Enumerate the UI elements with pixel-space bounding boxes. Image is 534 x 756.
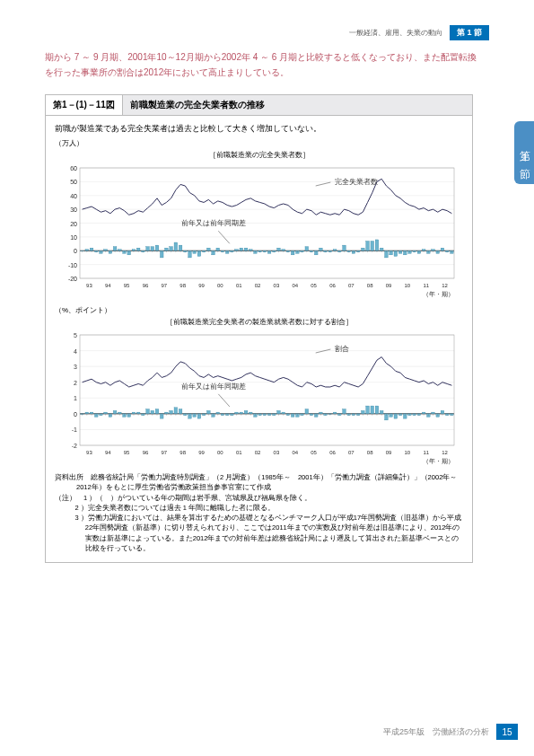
- footer-page-number: 15: [496, 724, 518, 740]
- svg-text:02: 02: [255, 283, 261, 288]
- svg-rect-239: [170, 410, 173, 414]
- svg-rect-282: [371, 406, 374, 414]
- notes-item-1: （注） 1 ）（ ）がついている年の期間は岩手県、宮城県及び福島県を除く。: [55, 493, 463, 503]
- svg-rect-37: [170, 247, 173, 251]
- svg-rect-297: [441, 410, 444, 414]
- svg-text:03: 03: [274, 283, 280, 288]
- notes-item-3: 3 ）労働力調査においては、結果を算出するための基礎となるベンチマーク人口が平成…: [55, 513, 463, 553]
- side-tab: 第１節: [514, 121, 534, 184]
- figure-title-bar: 第1－(1)－11図 前職製造業の完全失業者数の推移: [46, 95, 472, 116]
- svg-text:00: 00: [217, 283, 223, 288]
- svg-text:09: 09: [386, 450, 392, 455]
- svg-text:94: 94: [105, 450, 111, 455]
- svg-line-201: [316, 182, 331, 186]
- svg-rect-52: [240, 248, 243, 251]
- svg-line-403: [316, 349, 331, 353]
- figure-notes: 資料出所 総務省統計局「労働力調査特別調査」（2 月調査）（1985年～ 200…: [55, 472, 463, 553]
- svg-rect-253: [235, 412, 239, 414]
- svg-text:60: 60: [70, 165, 77, 171]
- svg-rect-36: [165, 248, 169, 251]
- footer-text: 平成25年版 労働経済の分析: [383, 726, 489, 738]
- svg-text:96: 96: [143, 283, 149, 288]
- svg-text:12: 12: [442, 283, 448, 288]
- svg-rect-78: [362, 248, 365, 251]
- section-badge: 第 1 節: [450, 25, 489, 40]
- svg-text:前年又は前年同期差: 前年又は前年同期差: [181, 219, 246, 227]
- svg-rect-72: [333, 250, 337, 251]
- svg-rect-91: [422, 250, 425, 251]
- svg-rect-238: [165, 412, 169, 414]
- chart-1: -20-100102030405060939495969798990001020…: [55, 163, 463, 298]
- svg-rect-61: [282, 250, 285, 251]
- svg-text:0: 0: [74, 411, 77, 418]
- svg-text:01: 01: [236, 450, 242, 455]
- svg-rect-66: [305, 247, 309, 251]
- svg-rect-222: [90, 412, 93, 414]
- svg-rect-236: [155, 409, 159, 414]
- svg-rect-45: [207, 248, 211, 251]
- svg-rect-20: [90, 248, 93, 251]
- figure-title: 前職製造業の完全失業者数の推移: [123, 95, 272, 115]
- chart-2: -2-1012345939495969798990001020304050607…: [55, 330, 463, 465]
- svg-text:10: 10: [405, 283, 411, 288]
- figure-box: 第1－(1)－11図 前職製造業の完全失業者数の推移 前職が製造業である完全失業…: [45, 94, 473, 563]
- svg-text:0: 0: [74, 248, 77, 254]
- svg-rect-271: [320, 412, 323, 414]
- svg-text:12: 12: [442, 450, 448, 455]
- svg-rect-74: [343, 245, 346, 251]
- svg-rect-53: [244, 248, 248, 251]
- chart2-title: ［前職製造業完全失業者の製造業就業者数に対する割合］: [55, 317, 463, 327]
- svg-rect-225: [104, 412, 108, 414]
- svg-text:07: 07: [348, 450, 355, 455]
- svg-rect-255: [244, 410, 248, 414]
- svg-rect-254: [240, 412, 243, 414]
- notes-source: 資料出所 総務省統計局「労働力調査特別調査」（2 月調査）（1985年～ 200…: [55, 472, 463, 493]
- svg-rect-34: [155, 245, 159, 251]
- figure-caption: 前職が製造業である完全失業者は過去と比較して大きく増加していない。: [55, 123, 463, 135]
- svg-text:完全失業者数: 完全失業者数: [335, 178, 378, 186]
- svg-rect-231: [132, 412, 136, 414]
- svg-text:05: 05: [311, 450, 317, 455]
- svg-rect-82: [380, 248, 383, 251]
- svg-text:1: 1: [74, 395, 77, 401]
- svg-rect-274: [333, 412, 337, 414]
- svg-rect-268: [305, 409, 309, 414]
- svg-text:99: 99: [198, 450, 205, 455]
- svg-text:03: 03: [274, 450, 280, 455]
- notes-item-2: 2 ）完全失業者数については過去 1 年間に離職した者に限る。: [55, 503, 463, 513]
- svg-text:11: 11: [423, 450, 429, 455]
- svg-text:3: 3: [74, 364, 77, 370]
- svg-text:97: 97: [161, 450, 167, 455]
- svg-text:06: 06: [329, 283, 336, 288]
- svg-text:04: 04: [292, 283, 298, 288]
- svg-rect-300: [80, 335, 454, 445]
- svg-rect-241: [179, 409, 182, 414]
- svg-rect-81: [375, 240, 379, 251]
- svg-rect-23: [104, 250, 108, 251]
- svg-rect-32: [146, 247, 150, 251]
- svg-rect-295: [432, 412, 435, 414]
- svg-text:96: 96: [143, 450, 149, 455]
- chart1-title: ［前職製造業の完全失業者数］: [55, 150, 463, 160]
- svg-text:-10: -10: [68, 262, 77, 268]
- svg-text:割合: 割合: [335, 345, 349, 353]
- svg-text:95: 95: [124, 283, 130, 288]
- svg-rect-54: [249, 250, 252, 251]
- svg-text:04: 04: [292, 450, 298, 455]
- svg-text:11: 11: [423, 283, 429, 288]
- svg-rect-79: [366, 241, 370, 251]
- svg-rect-235: [151, 410, 154, 414]
- svg-text:09: 09: [386, 283, 392, 288]
- svg-text:00: 00: [217, 450, 223, 455]
- svg-text:08: 08: [367, 283, 373, 288]
- svg-rect-95: [441, 248, 444, 251]
- svg-line-405: [218, 394, 230, 407]
- svg-rect-263: [282, 412, 285, 414]
- svg-text:98: 98: [179, 283, 186, 288]
- svg-text:-20: -20: [68, 276, 77, 282]
- svg-text:5: 5: [74, 332, 77, 338]
- svg-rect-283: [375, 406, 379, 414]
- svg-rect-228: [118, 412, 121, 414]
- svg-text:20: 20: [70, 221, 77, 227]
- svg-text:4: 4: [74, 348, 77, 355]
